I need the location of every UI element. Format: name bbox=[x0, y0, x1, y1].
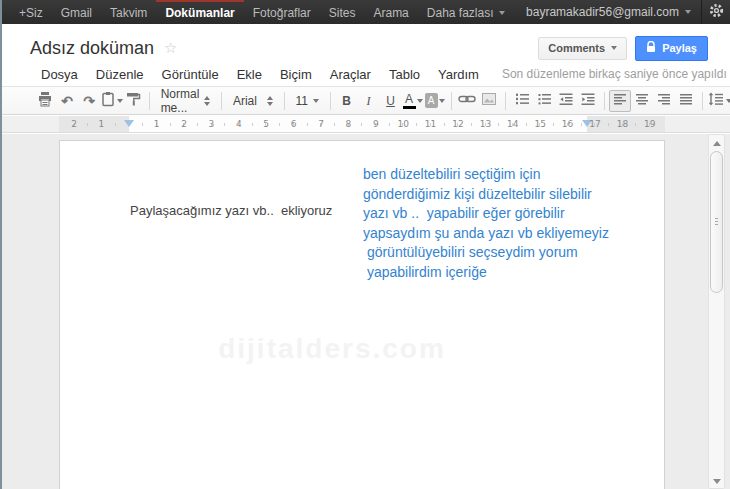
ruler-number: 14 bbox=[507, 119, 518, 129]
ruler-number: 6 bbox=[291, 119, 297, 129]
nav-item-fotoraflar[interactable]: Fotoğraflar bbox=[244, 0, 320, 24]
bullet-list-button[interactable] bbox=[533, 90, 555, 112]
scrollbar-thumb[interactable] bbox=[710, 151, 723, 293]
ruler[interactable]: 2112345678910111213141516171819 bbox=[2, 116, 730, 133]
paint-roller-icon bbox=[125, 91, 141, 111]
comments-button[interactable]: Comments bbox=[538, 37, 627, 60]
redo-button[interactable]: ↷ bbox=[78, 90, 100, 112]
menu-grntle[interactable]: Görüntüle bbox=[153, 65, 228, 84]
scroll-down-button[interactable] bbox=[709, 475, 724, 488]
document-title[interactable]: Adsız doküman bbox=[30, 38, 154, 59]
font-value: Arial bbox=[233, 94, 257, 108]
blue-paragraph[interactable]: ben düzeltebiliri seçtiğim içingönderdiğ… bbox=[363, 165, 609, 282]
ruler-number: 15 bbox=[534, 119, 545, 129]
chevron-down-icon bbox=[499, 11, 505, 15]
star-icon[interactable]: ☆ bbox=[164, 39, 177, 57]
align-center-button[interactable] bbox=[631, 90, 653, 112]
google-nav-right: bayramakadir56@gmail.com bbox=[516, 0, 730, 24]
ruler-number: 19 bbox=[644, 119, 655, 129]
text-line: yapabilirdim içeriğe bbox=[363, 263, 609, 283]
menu-row: DosyaDüzenleGörüntüleEkleBiçimAraçlarTab… bbox=[32, 64, 720, 84]
header-buttons: Comments Paylaş bbox=[538, 36, 720, 61]
document-page[interactable]: Paylaşacağımız yazı vb.. ekliyoruz ben d… bbox=[59, 140, 665, 489]
bold-icon: B bbox=[342, 95, 351, 107]
google-nav: +SizGmailTakvimDokümanlarFotoğraflarSite… bbox=[2, 0, 514, 24]
title-row: Adsız doküman ☆ Comments Paylaş bbox=[30, 34, 720, 62]
image-icon bbox=[481, 91, 497, 111]
menu-bar: DosyaDüzenleGörüntüleEkleBiçimAraçlarTab… bbox=[32, 65, 488, 84]
link-icon bbox=[458, 91, 476, 111]
ruler-number: 11 bbox=[425, 119, 436, 129]
underline-button[interactable]: U bbox=[380, 90, 402, 112]
nav-item-dokmanlar[interactable]: Dokümanlar bbox=[156, 0, 243, 24]
nav-item-arama[interactable]: Arama bbox=[364, 0, 417, 24]
font-family-dropdown[interactable]: Arial bbox=[227, 94, 279, 108]
nav-item-dahafazlas[interactable]: Daha fazlası bbox=[418, 0, 514, 24]
line-spacing-button[interactable] bbox=[708, 90, 730, 112]
align-right-icon bbox=[656, 91, 672, 111]
numbered-list-button[interactable] bbox=[511, 90, 533, 112]
settings-gear-button[interactable] bbox=[701, 0, 730, 24]
gear-icon bbox=[708, 2, 725, 22]
bold-button[interactable]: B bbox=[336, 90, 358, 112]
highlight-icon: A bbox=[425, 93, 438, 108]
chevron-down-icon bbox=[726, 99, 730, 103]
separator bbox=[330, 92, 331, 110]
outdent-icon bbox=[558, 91, 574, 111]
ruler-number: 1 bbox=[99, 119, 105, 129]
text-line: görüntülüyebiliri seçseydim yorum bbox=[363, 243, 609, 263]
ruler-number: 3 bbox=[209, 119, 215, 129]
scroll-up-button[interactable] bbox=[709, 137, 724, 150]
menu-yardm[interactable]: Yardım bbox=[429, 65, 488, 84]
lock-icon bbox=[646, 41, 656, 55]
document-text-black[interactable]: Paylaşacağımız yazı vb.. ekliyoruz bbox=[130, 203, 332, 218]
chevron-down-icon bbox=[313, 99, 319, 103]
text-line: ben düzeltebiliri seçtiğim için bbox=[363, 165, 609, 185]
align-left-button[interactable] bbox=[609, 90, 631, 112]
menu-dosya[interactable]: Dosya bbox=[32, 65, 87, 84]
align-right-button[interactable] bbox=[653, 90, 675, 112]
insert-image-button[interactable] bbox=[478, 90, 500, 112]
share-button[interactable]: Paylaş bbox=[635, 36, 708, 61]
ruler-number: 12 bbox=[452, 119, 463, 129]
menu-dzenle[interactable]: Düzenle bbox=[87, 65, 153, 84]
separator bbox=[284, 92, 285, 110]
arrow-up-icon bbox=[713, 141, 721, 146]
doc-header: Adsız doküman ☆ Comments Paylaş bbox=[2, 24, 730, 86]
scrollbar[interactable] bbox=[708, 134, 725, 489]
bullet-list-icon bbox=[536, 91, 552, 111]
web-clipboard-button[interactable] bbox=[100, 90, 122, 112]
underline-icon: U bbox=[386, 95, 395, 107]
font-size-dropdown[interactable]: 11 bbox=[289, 94, 324, 108]
account-email-menu[interactable]: bayramakadir56@gmail.com bbox=[516, 0, 701, 24]
italic-icon: I bbox=[367, 95, 371, 107]
insert-link-button[interactable] bbox=[456, 90, 478, 112]
paragraph-style-dropdown[interactable]: Normal me... bbox=[155, 87, 217, 115]
ruler-number: 5 bbox=[263, 119, 269, 129]
paint-format-button[interactable] bbox=[122, 90, 144, 112]
decrease-indent-button[interactable] bbox=[555, 90, 577, 112]
ruler-number: 17 bbox=[589, 119, 600, 129]
menu-ekle[interactable]: Ekle bbox=[228, 65, 271, 84]
updown-icon bbox=[204, 96, 210, 106]
line-spacing-icon bbox=[707, 91, 725, 111]
menu-aralar[interactable]: Araçlar bbox=[321, 65, 380, 84]
undo-button[interactable]: ↶ bbox=[56, 90, 78, 112]
menu-biim[interactable]: Biçim bbox=[271, 65, 321, 84]
align-left-icon bbox=[612, 91, 628, 111]
highlight-color-button[interactable]: A bbox=[424, 90, 446, 112]
nav-item-siz[interactable]: +Siz bbox=[10, 0, 52, 24]
justify-icon bbox=[678, 91, 694, 111]
menu-tablo[interactable]: Tablo bbox=[380, 65, 429, 84]
increase-indent-button[interactable] bbox=[577, 90, 599, 112]
nav-item-sites[interactable]: Sites bbox=[320, 0, 365, 24]
nav-item-gmail[interactable]: Gmail bbox=[52, 0, 101, 24]
nav-item-takvim[interactable]: Takvim bbox=[101, 0, 156, 24]
print-button[interactable] bbox=[34, 90, 56, 112]
ruler-number: 8 bbox=[346, 119, 352, 129]
left-margin-marker[interactable] bbox=[124, 120, 134, 127]
justify-button[interactable] bbox=[675, 90, 697, 112]
italic-button[interactable]: I bbox=[358, 90, 380, 112]
text-color-button[interactable]: A bbox=[402, 90, 424, 112]
text-line: gönderdiğimiz kişi düzeltebilir silebili… bbox=[363, 185, 609, 205]
